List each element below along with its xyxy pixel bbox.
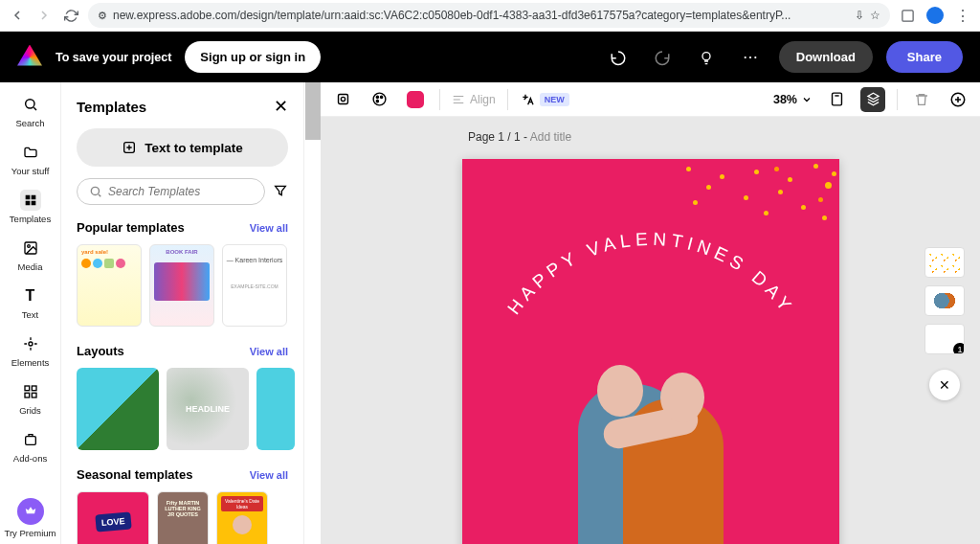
- couple-image[interactable]: [555, 355, 746, 544]
- svg-point-4: [27, 245, 30, 248]
- layers-icon[interactable]: [860, 87, 885, 112]
- template-card[interactable]: BOOK FAIR: [149, 244, 214, 327]
- templates-icon: [20, 190, 41, 211]
- svg-rect-13: [338, 95, 347, 104]
- templates-panel: Templates ✕ Text to template Popular tem…: [61, 82, 304, 544]
- rail-your-stuff[interactable]: Your stuff: [4, 136, 57, 182]
- svg-point-12: [91, 187, 99, 194]
- popular-title: Popular templates: [77, 220, 185, 235]
- install-icon[interactable]: ⇩: [855, 9, 864, 22]
- url-bar[interactable]: ⚙ new.express.adobe.com/design/template/…: [88, 3, 890, 28]
- filter-icon[interactable]: [273, 183, 288, 200]
- template-card[interactable]: — Kareen InteriorsEXAMPLE-SITE.COM: [222, 244, 287, 327]
- layer-thumbnails: 1 ✕: [924, 247, 965, 400]
- layer-thumb[interactable]: [924, 285, 965, 316]
- template-card[interactable]: LOVE: [77, 491, 149, 544]
- rail-premium[interactable]: Try Premium: [4, 492, 57, 544]
- signup-button[interactable]: Sign up or sign in: [185, 41, 321, 73]
- site-info-icon[interactable]: ⚙: [98, 10, 107, 22]
- menu-icon[interactable]: ⋮: [953, 6, 972, 25]
- seasonal-title: Seasonal templates: [77, 467, 192, 482]
- rail-search[interactable]: Search: [4, 88, 57, 134]
- close-panel-icon[interactable]: ✕: [274, 96, 288, 117]
- undo-icon[interactable]: [603, 42, 634, 73]
- app-header: To save your project Sign up or sign in …: [0, 32, 980, 82]
- align-button: Align: [452, 93, 496, 106]
- page-label[interactable]: Page 1 / 1 - Add title: [468, 130, 571, 144]
- add-page-icon[interactable]: [946, 87, 970, 112]
- redo-icon[interactable]: [647, 42, 678, 73]
- svg-point-14: [341, 97, 345, 101]
- layout-card[interactable]: HEADLINE: [167, 368, 249, 450]
- extensions-icon[interactable]: [898, 6, 917, 25]
- share-button[interactable]: Share: [886, 41, 963, 73]
- template-card[interactable]: Valentine's Date Ideas: [216, 491, 268, 544]
- zoom-control[interactable]: 38%: [773, 93, 813, 106]
- layer-thumb[interactable]: 1: [924, 324, 965, 354]
- star-icon[interactable]: ☆: [870, 9, 880, 22]
- url-text: new.express.adobe.com/design/template/ur…: [113, 9, 849, 22]
- svg-rect-9: [32, 393, 36, 397]
- rail-elements[interactable]: Elements: [4, 328, 57, 374]
- forward-icon[interactable]: [34, 6, 54, 25]
- svg-text:HAPPY VALENTINES DAY: HAPPY VALENTINES DAY: [503, 229, 798, 318]
- search-icon: [20, 94, 41, 115]
- panel-scrollbar[interactable]: [305, 82, 321, 140]
- svg-rect-10: [25, 437, 35, 445]
- media-icon: [20, 238, 41, 259]
- left-rail: Search Your stuff Templates Media TText …: [0, 82, 61, 544]
- svg-point-16: [376, 96, 378, 98]
- template-card[interactable]: Fifty MARTIN LUTHER KING JR QUOTES: [157, 491, 209, 544]
- panel-title: Templates: [77, 99, 146, 115]
- rail-templates[interactable]: Templates: [4, 184, 57, 230]
- layout-card[interactable]: [77, 368, 159, 450]
- color-swatch[interactable]: [403, 87, 428, 112]
- svg-point-2: [25, 100, 33, 108]
- svg-rect-6: [25, 386, 30, 391]
- layer-thumb[interactable]: [924, 247, 965, 278]
- translate-button[interactable]: NEW: [520, 92, 569, 107]
- text-icon: T: [20, 285, 41, 306]
- chevron-down-icon: [801, 94, 813, 105]
- text-to-template-button[interactable]: Text to template: [77, 128, 288, 167]
- canvas-area[interactable]: Page 1 / 1 - Add title HAPPY VALENTINES …: [321, 117, 980, 544]
- folder-icon: [20, 142, 41, 163]
- more-icon[interactable]: ⋯: [735, 42, 766, 73]
- rail-text[interactable]: TText: [4, 280, 57, 326]
- addons-icon: [20, 429, 41, 450]
- template-card[interactable]: yard sale!: [77, 244, 142, 327]
- palette-icon[interactable]: [367, 87, 391, 112]
- svg-rect-19: [832, 93, 841, 105]
- canvas-page[interactable]: HAPPY VALENTINES DAY: [462, 159, 839, 544]
- svg-rect-0: [902, 10, 912, 20]
- layouts-title: Layouts: [77, 344, 124, 358]
- canvas-toolbar: Align NEW 38%: [321, 82, 980, 117]
- adobe-express-logo[interactable]: [17, 45, 42, 70]
- svg-point-17: [380, 96, 382, 98]
- browser-chrome: ⚙ new.express.adobe.com/design/template/…: [0, 0, 980, 32]
- arc-text[interactable]: HAPPY VALENTINES DAY: [462, 226, 839, 341]
- rail-addons[interactable]: Add-ons: [4, 423, 57, 469]
- delete-icon[interactable]: [909, 87, 934, 112]
- svg-rect-8: [25, 393, 30, 397]
- reload-icon[interactable]: [61, 6, 80, 25]
- crop-icon[interactable]: [330, 87, 355, 112]
- download-button[interactable]: Download: [779, 41, 873, 73]
- layouts-view-all[interactable]: View all: [250, 346, 288, 357]
- layout-card[interactable]: [256, 368, 295, 450]
- svg-point-18: [376, 101, 378, 102]
- seasonal-view-all[interactable]: View all: [250, 469, 288, 481]
- profile-avatar[interactable]: [926, 7, 944, 24]
- pages-icon[interactable]: [824, 87, 849, 112]
- back-icon[interactable]: [8, 6, 27, 25]
- rail-media[interactable]: Media: [4, 232, 57, 278]
- sparkle-icon: [122, 140, 137, 155]
- lightbulb-icon[interactable]: [691, 42, 722, 73]
- grids-icon: [20, 381, 41, 402]
- rail-grids[interactable]: Grids: [4, 375, 57, 421]
- popular-view-all[interactable]: View all: [250, 222, 288, 234]
- badge: 1: [953, 343, 965, 354]
- svg-point-15: [373, 93, 386, 105]
- search-templates-input[interactable]: [77, 178, 265, 205]
- close-thumbs-icon[interactable]: ✕: [929, 370, 960, 400]
